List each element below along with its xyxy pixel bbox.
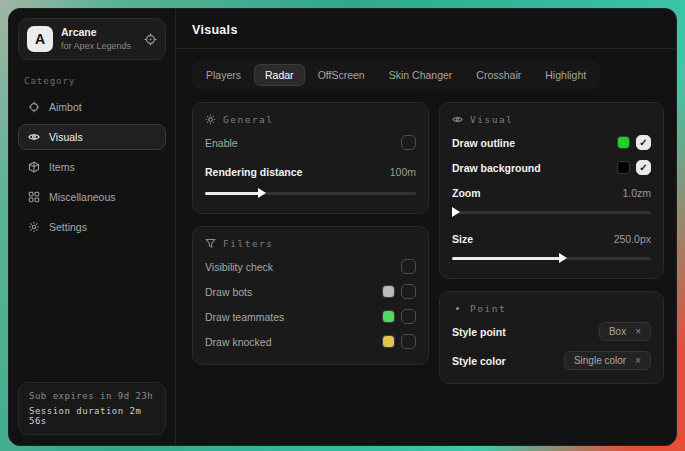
visual-card-title: Visual xyxy=(470,114,513,125)
sidebar-item-label: Aimbot xyxy=(49,101,82,113)
category-label: Category xyxy=(24,76,160,86)
sidebar-nav: Aimbot Visuals Items xyxy=(18,94,166,240)
visibility-check-label: Visibility check xyxy=(205,261,273,273)
subscription-info-card: Sub expires in 9d 23h Session duration 2… xyxy=(18,382,166,435)
zoom-value: 1.0zm xyxy=(622,187,651,199)
style-color-value: Single color xyxy=(574,355,626,366)
tab-players[interactable]: Players xyxy=(195,64,252,86)
slider-thumb[interactable] xyxy=(559,253,567,263)
page-title: Visuals xyxy=(192,23,664,37)
slider-thumb[interactable] xyxy=(258,188,266,198)
style-point-select[interactable]: Box × xyxy=(599,322,651,341)
draw-bots-color-swatch[interactable] xyxy=(382,285,395,298)
point-card-header: Point xyxy=(452,303,651,314)
filters-card-title: Filters xyxy=(223,238,274,249)
style-point-value: Box xyxy=(609,326,626,337)
visual-card: Visual Draw outline Draw background xyxy=(439,102,664,279)
draw-background-checkbox[interactable] xyxy=(636,160,651,175)
app-subtitle: for Apex Legends xyxy=(61,41,136,52)
gear-icon xyxy=(28,221,40,233)
sidebar: A Arcane for Apex Legends Category xyxy=(9,9,176,445)
draw-bots-label: Draw bots xyxy=(205,286,252,298)
draw-knocked-color-swatch[interactable] xyxy=(382,335,395,348)
enable-checkbox[interactable] xyxy=(401,135,416,150)
zoom-label: Zoom xyxy=(452,187,481,199)
sidebar-item-label: Miscellaneous xyxy=(49,191,116,203)
main-header: Visuals xyxy=(176,9,677,49)
style-color-label: Style color xyxy=(452,355,506,367)
draw-bots-checkbox[interactable] xyxy=(401,284,416,299)
filters-card-header: Filters xyxy=(205,238,416,249)
sidebar-item-label: Visuals xyxy=(49,131,83,143)
sidebar-item-aimbot[interactable]: Aimbot xyxy=(18,94,166,120)
visual-card-header: Visual xyxy=(452,114,651,125)
brand-card: A Arcane for Apex Legends xyxy=(18,18,166,60)
app-name: Arcane xyxy=(61,26,136,39)
draw-teammates-label: Draw teammates xyxy=(205,311,284,323)
main-area: Visuals Players Radar OffScreen Skin Cha… xyxy=(176,9,677,445)
size-slider[interactable] xyxy=(452,252,651,264)
dot-icon xyxy=(452,303,463,314)
enable-label: Enable xyxy=(205,137,238,149)
tab-skin-changer[interactable]: Skin Changer xyxy=(378,64,464,86)
draw-knocked-checkbox[interactable] xyxy=(401,334,416,349)
crosshair-icon xyxy=(28,101,40,113)
tab-crosshair[interactable]: Crosshair xyxy=(465,64,532,86)
eye-icon xyxy=(28,131,40,143)
draw-outline-label: Draw outline xyxy=(452,137,515,149)
style-point-label: Style point xyxy=(452,326,506,338)
grid-icon xyxy=(28,191,40,203)
draw-outline-checkbox[interactable] xyxy=(636,135,651,150)
general-card: General Enable Rendering distance 100m xyxy=(192,102,429,214)
point-card: Point Style point Box × Style color Sing xyxy=(439,291,664,384)
slider-thumb[interactable] xyxy=(452,207,460,217)
rendering-distance-value: 100m xyxy=(390,166,416,178)
draw-teammates-color-swatch[interactable] xyxy=(382,310,395,323)
draw-background-label: Draw background xyxy=(452,162,541,174)
content: General Enable Rendering distance 100m xyxy=(176,89,677,397)
sidebar-item-visuals[interactable]: Visuals xyxy=(18,124,166,150)
draw-outline-color-swatch[interactable] xyxy=(617,136,630,149)
size-value: 250.0px xyxy=(614,233,651,245)
draw-teammates-checkbox[interactable] xyxy=(401,309,416,324)
sidebar-item-miscellaneous[interactable]: Miscellaneous xyxy=(18,184,166,210)
draw-knocked-label: Draw knocked xyxy=(205,336,272,348)
general-card-title: General xyxy=(223,114,274,125)
clear-icon[interactable]: × xyxy=(635,327,641,337)
tab-highlight[interactable]: Highlight xyxy=(534,64,597,86)
general-card-header: General xyxy=(205,114,416,125)
target-icon[interactable] xyxy=(144,33,157,46)
sub-expires-text: Sub expires in 9d 23h xyxy=(29,391,155,401)
sun-icon xyxy=(205,114,216,125)
brand-text: Arcane for Apex Legends xyxy=(61,26,136,51)
rendering-distance-slider[interactable] xyxy=(205,187,416,199)
clear-icon[interactable]: × xyxy=(635,356,641,366)
eye-icon xyxy=(452,114,463,125)
style-color-select[interactable]: Single color × xyxy=(564,351,651,370)
funnel-icon xyxy=(205,238,216,249)
sidebar-item-items[interactable]: Items xyxy=(18,154,166,180)
tab-offscreen[interactable]: OffScreen xyxy=(307,64,376,86)
visuals-tabbar: Players Radar OffScreen Skin Changer Cro… xyxy=(192,61,600,89)
sidebar-item-settings[interactable]: Settings xyxy=(18,214,166,240)
tab-radar[interactable]: Radar xyxy=(254,64,305,86)
rendering-distance-label: Rendering distance xyxy=(205,166,302,178)
sidebar-item-label: Items xyxy=(49,161,75,173)
app-window: A Arcane for Apex Legends Category xyxy=(8,8,677,446)
filters-card: Filters Visibility check Draw bots xyxy=(192,226,429,365)
sidebar-item-label: Settings xyxy=(49,221,87,233)
cube-icon xyxy=(28,161,40,173)
point-card-title: Point xyxy=(470,303,506,314)
size-label: Size xyxy=(452,233,473,245)
session-duration-text: Session duration 2m 56s xyxy=(29,406,155,426)
draw-background-color-swatch[interactable] xyxy=(617,161,630,174)
zoom-slider[interactable] xyxy=(452,206,651,218)
app-logo: A xyxy=(27,26,53,52)
visibility-check-checkbox[interactable] xyxy=(401,259,416,274)
